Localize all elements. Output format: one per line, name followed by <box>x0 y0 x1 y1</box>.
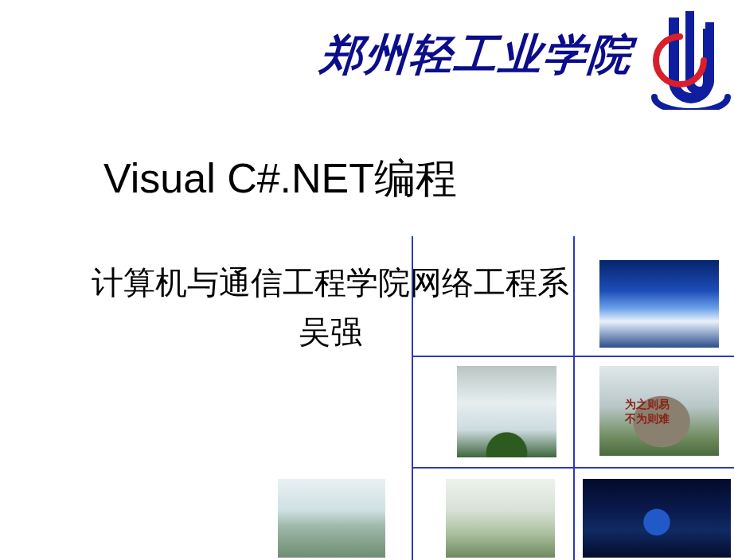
campus-trees-photo <box>457 366 556 457</box>
campus-pavilion-photo <box>278 479 385 558</box>
campus-gazebo-photo <box>446 479 555 558</box>
campus-stone-photo: 为之则易 不为则难 <box>599 366 719 456</box>
author-name: 吴强 <box>56 308 605 357</box>
grid-line-vertical <box>412 236 413 560</box>
subtitle-block: 计算机与通信工程学院网络工程系 吴强 <box>56 259 605 357</box>
campus-sky-photo <box>599 260 719 348</box>
university-logo-icon <box>637 6 731 110</box>
stone-inscription: 为之则易 不为则难 <box>625 398 670 426</box>
slide-header: 郑州轻工业学院 <box>0 0 734 123</box>
campus-night-building-photo <box>583 479 731 558</box>
department-name: 计算机与通信工程学院网络工程系 <box>56 259 605 308</box>
course-title: Visual C#.NET编程 <box>103 151 457 207</box>
grid-line-vertical <box>573 236 575 560</box>
grid-line-horizontal <box>412 467 734 469</box>
school-name: 郑州轻工业学院 <box>318 26 634 84</box>
grid-line-horizontal <box>412 356 734 357</box>
